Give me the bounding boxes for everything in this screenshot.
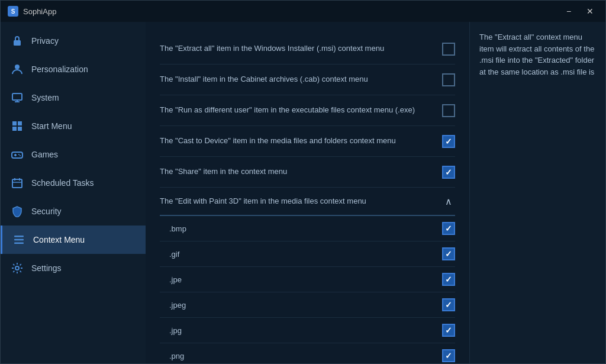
info-panel: The "Extract all" context menu item will… bbox=[469, 22, 605, 363]
sidebar-label-scheduled-tasks: Scheduled Tasks bbox=[31, 178, 94, 188]
svg-rect-19 bbox=[14, 239, 24, 241]
svg-rect-6 bbox=[18, 121, 22, 125]
setting-label-extract-all: The "Extract all" item in the Windows In… bbox=[160, 43, 442, 54]
sidebar-label-security: Security bbox=[31, 207, 62, 216]
sub-item-gif: .gif bbox=[160, 241, 455, 267]
close-button[interactable]: ✕ bbox=[579, 2, 601, 20]
svg-rect-0 bbox=[14, 40, 21, 46]
svg-rect-14 bbox=[12, 179, 22, 188]
checkbox-png[interactable] bbox=[442, 349, 455, 362]
context-menu-icon bbox=[12, 233, 26, 247]
svg-point-1 bbox=[15, 65, 20, 69]
setting-item-extract-all: The "Extract all" item in the Windows In… bbox=[160, 34, 455, 65]
games-icon bbox=[10, 147, 24, 162]
sidebar-item-context-menu[interactable]: Context Menu bbox=[1, 226, 146, 254]
shield-icon bbox=[10, 204, 24, 218]
checkbox-share[interactable] bbox=[442, 166, 455, 179]
sub-label-png: .png bbox=[169, 352, 184, 360]
svg-rect-2 bbox=[12, 94, 22, 100]
setting-item-run-as-different-user: The "Run as different user" item in the … bbox=[160, 95, 455, 126]
sub-label-bmp: .bmp bbox=[169, 224, 186, 233]
sidebar-item-games[interactable]: Games bbox=[1, 140, 146, 169]
sidebar-item-personalization[interactable]: Personalization bbox=[1, 55, 146, 83]
setting-label-install-cab: The "Install" item in the Cabinet archiv… bbox=[160, 74, 442, 85]
person-icon bbox=[10, 62, 24, 76]
windows-icon bbox=[10, 119, 24, 133]
setting-label-share: The "Share" item in the context menu bbox=[160, 166, 442, 177]
sub-item-png: .png bbox=[160, 343, 455, 363]
sidebar-label-settings: Settings bbox=[31, 263, 62, 273]
svg-point-13 bbox=[20, 155, 21, 156]
checkbox-jpe[interactable] bbox=[442, 273, 455, 286]
svg-rect-8 bbox=[18, 127, 22, 131]
titlebar-left: S SophiApp bbox=[8, 6, 56, 17]
sidebar: Privacy Personalization bbox=[1, 22, 146, 363]
sub-item-jpeg: .jpeg bbox=[160, 292, 455, 318]
checkbox-cast-to-device[interactable] bbox=[442, 135, 455, 148]
titlebar-title: SophiApp bbox=[23, 7, 56, 16]
setting-label-edit-paint3d: The "Edit with Paint 3D" item in the med… bbox=[160, 196, 442, 207]
sub-label-jpg: .jpg bbox=[169, 326, 182, 335]
setting-item-install-cab: The "Install" item in the Cabinet archiv… bbox=[160, 65, 455, 95]
sidebar-label-privacy: Privacy bbox=[31, 36, 59, 46]
checkbox-bmp[interactable] bbox=[442, 222, 455, 235]
sidebar-item-settings[interactable]: Settings bbox=[1, 254, 146, 282]
sub-item-jpe: .jpe bbox=[160, 267, 455, 292]
svg-rect-18 bbox=[14, 236, 24, 237]
app-icon: S bbox=[8, 6, 18, 17]
sub-label-jpe: .jpe bbox=[169, 275, 182, 284]
sidebar-item-scheduled-tasks[interactable]: Scheduled Tasks bbox=[1, 169, 146, 197]
sub-item-bmp: .bmp bbox=[160, 216, 455, 241]
checkbox-jpg[interactable] bbox=[442, 324, 455, 337]
titlebar-controls: − ✕ bbox=[558, 2, 601, 20]
sub-label-gif: .gif bbox=[169, 250, 179, 259]
checkbox-gif[interactable] bbox=[442, 247, 455, 260]
sidebar-label-personalization: Personalization bbox=[31, 65, 88, 74]
lock-icon bbox=[10, 34, 24, 48]
settings-list: The "Extract all" item in the Windows In… bbox=[160, 34, 455, 363]
app-window: S SophiApp − ✕ Privacy bbox=[0, 0, 606, 364]
checkbox-install-cab[interactable] bbox=[442, 73, 455, 86]
svg-rect-7 bbox=[12, 127, 17, 131]
paint3d-sub-items: .bmp .gif .jpe .jpeg bbox=[160, 216, 455, 363]
setting-label-cast-to-device: The "Cast to Device" item in the media f… bbox=[160, 136, 442, 146]
svg-rect-5 bbox=[12, 121, 17, 125]
checkbox-run-as-different-user[interactable] bbox=[442, 104, 455, 117]
setting-label-run-as-different-user: The "Run as different user" item in the … bbox=[160, 105, 442, 115]
setting-item-share: The "Share" item in the context menu bbox=[160, 157, 455, 188]
minimize-button[interactable]: − bbox=[558, 2, 579, 20]
setting-item-cast-to-device: The "Cast to Device" item in the media f… bbox=[160, 126, 455, 157]
checkbox-jpeg[interactable] bbox=[442, 298, 455, 311]
sidebar-item-security[interactable]: Security bbox=[1, 197, 146, 226]
info-panel-text: The "Extract all" context menu item will… bbox=[479, 31, 596, 78]
sidebar-label-context-menu: Context Menu bbox=[33, 235, 85, 244]
setting-item-edit-paint3d: The "Edit with Paint 3D" item in the med… bbox=[160, 188, 455, 216]
sidebar-label-games: Games bbox=[31, 150, 58, 159]
svg-rect-20 bbox=[14, 243, 24, 244]
sidebar-label-system: System bbox=[31, 93, 59, 102]
sidebar-item-system[interactable]: System bbox=[1, 83, 146, 112]
svg-rect-9 bbox=[12, 152, 22, 158]
svg-point-21 bbox=[15, 266, 19, 270]
sidebar-label-start-menu: Start Menu bbox=[31, 121, 72, 131]
system-icon bbox=[10, 91, 24, 105]
calendar-icon bbox=[10, 176, 24, 190]
sidebar-item-privacy[interactable]: Privacy bbox=[1, 27, 146, 55]
titlebar: S SophiApp − ✕ bbox=[1, 1, 605, 22]
sub-label-jpeg: .jpeg bbox=[169, 301, 186, 310]
expand-paint3d-button[interactable]: ∧ bbox=[442, 195, 455, 208]
gear-icon bbox=[10, 261, 24, 275]
checkbox-extract-all[interactable] bbox=[442, 43, 455, 56]
main-content: The "Extract all" item in the Windows In… bbox=[146, 22, 469, 363]
sidebar-item-start-menu[interactable]: Start Menu bbox=[1, 112, 146, 140]
content-area: Privacy Personalization bbox=[1, 22, 605, 363]
sub-item-jpg: .jpg bbox=[160, 318, 455, 343]
svg-point-12 bbox=[18, 154, 20, 155]
